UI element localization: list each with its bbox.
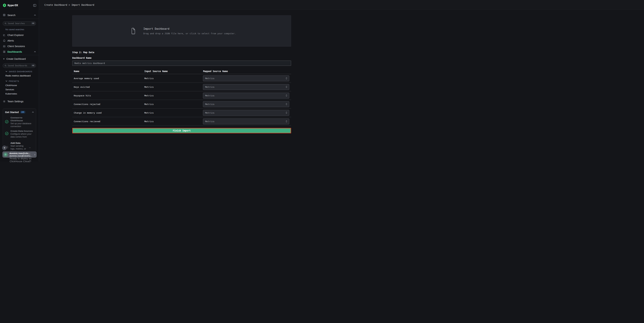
- column-header-name: Name: [72, 70, 144, 72]
- sidebar-item-redis-metrics-dashboard[interactable]: Redis metrics dashboard: [6, 74, 36, 77]
- row-input-source: Metrics: [144, 77, 203, 80]
- get-started-step-add-data[interactable]: 3 Add Data Start sending logs, metrics, …: [5, 142, 34, 152]
- get-started-title: Get Started: [5, 111, 19, 114]
- dashboard-name-label: Dashboard Name: [72, 56, 291, 59]
- mapped-source-select[interactable]: Metrics: [203, 118, 289, 124]
- sidebar-divider: [0, 19, 39, 19]
- sidebar-item-dashboards[interactable]: Dashboards: [0, 49, 39, 54]
- promo-line: ClickHouse Cloud?: [10, 160, 32, 161]
- brand-title: HyperDX: [8, 4, 18, 7]
- saved-dashboards-searchbox[interactable]: ⌘K: [3, 63, 36, 68]
- selected-source: Metrics: [205, 94, 286, 97]
- step-heading: Step 2: Map Data: [72, 51, 291, 54]
- avatar: D: [4, 152, 8, 157]
- chevron-up-icon: [34, 14, 36, 16]
- hyperdx-logo-icon: [3, 3, 6, 7]
- breadcrumb: Create Dashboard > Import Dashboard: [44, 3, 94, 6]
- finish-import-button[interactable]: Finish Import: [72, 128, 291, 133]
- section-label-text: SAVED DASHBOARDS: [9, 70, 32, 72]
- user-email: dominic.tran@clickho...: [10, 155, 34, 157]
- import-dropzone[interactable]: Import Dashboard Drag and drop a JSON fi…: [72, 15, 291, 46]
- get-started-step-connect[interactable]: Connect to ClickHouse Set up your databa…: [5, 116, 34, 128]
- clickhouse-cloud-promo: Ready to deploy on ClickHouse Cloud?: [10, 157, 32, 161]
- row-input-source: Metrics: [144, 112, 203, 114]
- chevron-up-icon[interactable]: [32, 112, 34, 113]
- no-saved-searches-note: No saved searches: [6, 28, 39, 31]
- saved-dashboards-section-toggle[interactable]: SAVED DASHBOARDS: [6, 70, 36, 73]
- step-subtitle: Set up your database connection: [10, 122, 34, 128]
- create-dashboard-label: Create Dashboard: [6, 57, 26, 60]
- dashboard-name-input[interactable]: [72, 61, 291, 66]
- plus-icon: +: [3, 57, 5, 60]
- mapped-source-select[interactable]: Metrics: [203, 93, 289, 99]
- dropzone-subtitle: Drag and drop a JSON file here, or click…: [143, 32, 236, 35]
- row-input-source: Metrics: [144, 120, 203, 123]
- row-name: Keys evicted: [72, 86, 144, 88]
- mapped-source-select[interactable]: Metrics: [203, 110, 289, 116]
- mapped-source-select[interactable]: Metrics: [203, 84, 289, 90]
- chevron-right-icon: ›: [34, 153, 35, 156]
- row-name: Connections recieved: [72, 120, 144, 123]
- selected-source: Metrics: [205, 77, 286, 80]
- row-name: Connections rejected: [72, 103, 144, 105]
- chevron-down-icon: [6, 71, 7, 72]
- step-subtitle: Configure where your data comes from: [10, 132, 34, 138]
- row-input-source: Metrics: [144, 103, 203, 105]
- table-header-row: Name Input Source Name Mapped Source Nam…: [72, 66, 291, 74]
- sidebar-section-search[interactable]: Search: [0, 12, 39, 18]
- sidebar: HyperDX Search ⌘K No saved searches: [0, 0, 39, 161]
- saved-searches-input[interactable]: [8, 22, 31, 25]
- sidebar-divider: [0, 55, 39, 55]
- select-caret-icon: [286, 77, 288, 80]
- saved-dashboards-input[interactable]: [8, 64, 31, 67]
- create-dashboard-button[interactable]: + Create Dashboard: [3, 57, 36, 61]
- user-menu[interactable]: D dominic.tran@clic... dominic.tran@clic…: [2, 151, 37, 158]
- sidebar-item-kubernetes[interactable]: Kubernetes: [6, 92, 36, 95]
- get-started-progress-badge: 2/3: [20, 111, 26, 114]
- select-caret-icon: [286, 120, 288, 123]
- column-header-input-source: Input Source Name: [144, 70, 203, 72]
- sidebar-item-chart-explorer[interactable]: Chart Explorer: [0, 32, 39, 38]
- get-started-step-sources[interactable]: Create Data Sources Configure where your…: [5, 130, 34, 138]
- shortcut-badge: ⌘K: [31, 64, 35, 67]
- selected-source: Metrics: [205, 103, 286, 105]
- sidebar-item-label: Dashboards: [8, 50, 34, 53]
- check-circle-icon: [5, 120, 8, 123]
- row-input-source: Metrics: [144, 86, 203, 88]
- sidebar-item-services[interactable]: Services: [6, 88, 36, 91]
- select-caret-icon: [286, 111, 288, 114]
- sidebar-item-clickhouse[interactable]: ClickHouse: [6, 84, 36, 87]
- select-caret-icon: [286, 94, 288, 97]
- sidebar-item-alerts[interactable]: Alerts: [0, 38, 39, 43]
- step-title: Connect to ClickHouse: [10, 116, 34, 122]
- sidebar-item-team-settings[interactable]: Team Settings: [0, 100, 39, 103]
- collapse-sidebar-icon[interactable]: [33, 4, 36, 7]
- check-circle-icon: [5, 132, 8, 135]
- saved-searches-searchbox[interactable]: ⌘K: [3, 21, 36, 26]
- table-row: Keyspace hits Metrics Metrics: [72, 91, 291, 100]
- table-row: Change in memory used Metrics Metrics: [72, 108, 291, 117]
- search-icon: [4, 22, 6, 24]
- step-title: Create Data Sources: [10, 130, 34, 132]
- presets-section-toggle[interactable]: PRESETS: [6, 80, 36, 83]
- row-name: Change in memory used: [72, 112, 144, 114]
- user-name: dominic.tran@clic...: [10, 152, 34, 155]
- team-settings-label: Team Settings: [8, 100, 36, 103]
- mapped-source-select[interactable]: Metrics: [203, 101, 289, 107]
- sidebar-item-client-sessions[interactable]: Client Sessions: [0, 43, 39, 49]
- help-button[interactable]: ?: [2, 145, 7, 150]
- chart-icon: [3, 34, 6, 36]
- row-input-source: Metrics: [144, 94, 203, 97]
- mapped-source-select[interactable]: Metrics: [203, 75, 289, 81]
- table-row: Keys evicted Metrics Metrics: [72, 83, 291, 91]
- search-section-icon: [3, 14, 6, 16]
- row-name: Keyspace hits: [72, 94, 144, 97]
- mapping-table: Name Input Source Name Mapped Source Nam…: [72, 66, 291, 126]
- selected-source: Metrics: [205, 86, 286, 88]
- section-label-text: PRESETS: [9, 80, 19, 82]
- dropzone-title: Import Dashboard: [143, 27, 236, 30]
- top-bar: Create Dashboard > Import Dashboard: [39, 0, 322, 10]
- bell-icon: [3, 39, 6, 42]
- gear-icon: [3, 100, 6, 103]
- select-caret-icon: [286, 86, 288, 88]
